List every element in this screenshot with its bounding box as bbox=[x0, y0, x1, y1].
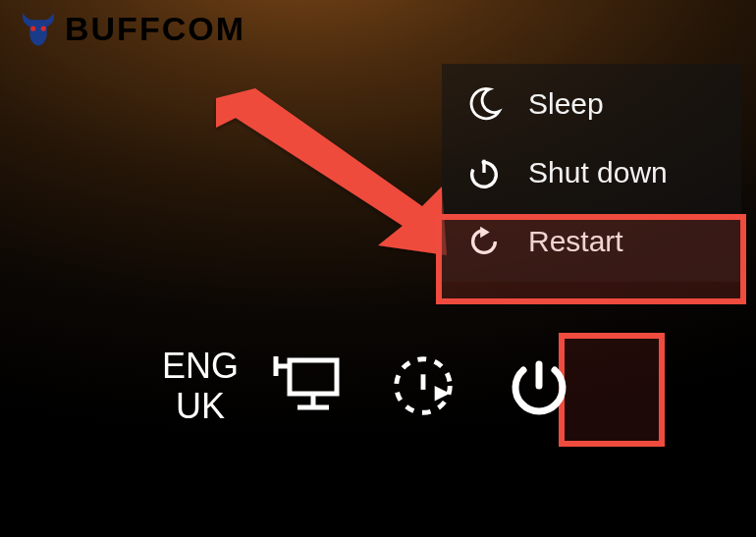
power-icon bbox=[463, 152, 505, 193]
power-menu: Sleep Shut down Restart bbox=[442, 64, 741, 282]
buffcom-watermark: BUFFCOM bbox=[18, 8, 245, 49]
menu-item-sleep[interactable]: Sleep bbox=[442, 70, 741, 138]
taskbar-row: ENG UK bbox=[162, 346, 578, 427]
language-code: ENG bbox=[162, 346, 239, 386]
network-icon[interactable] bbox=[272, 347, 351, 425]
svg-rect-6 bbox=[290, 360, 337, 394]
restart-icon bbox=[463, 221, 505, 262]
bull-icon bbox=[18, 8, 59, 49]
svg-point-0 bbox=[30, 26, 35, 30]
power-button[interactable] bbox=[500, 347, 578, 425]
language-region: UK bbox=[162, 386, 239, 426]
menu-label-restart: Restart bbox=[528, 225, 623, 258]
moon-icon bbox=[463, 83, 505, 125]
logo-text: BUFFCOM bbox=[65, 10, 245, 48]
menu-item-restart[interactable]: Restart bbox=[442, 207, 741, 276]
svg-marker-2 bbox=[216, 88, 447, 255]
svg-marker-5 bbox=[480, 227, 490, 238]
menu-label-shutdown: Shut down bbox=[528, 156, 668, 189]
menu-item-shutdown[interactable]: Shut down bbox=[442, 138, 741, 207]
ease-of-access-icon[interactable] bbox=[384, 347, 462, 425]
callout-arrow bbox=[196, 88, 452, 265]
language-indicator[interactable]: ENG UK bbox=[162, 346, 239, 427]
svg-point-1 bbox=[41, 26, 46, 30]
menu-label-sleep: Sleep bbox=[528, 87, 604, 121]
